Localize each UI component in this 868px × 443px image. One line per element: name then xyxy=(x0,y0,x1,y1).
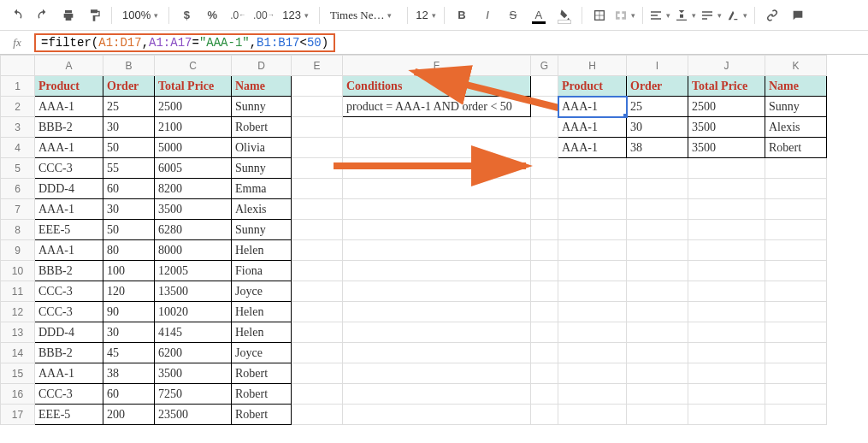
cell-A11[interactable]: CCC-3 xyxy=(35,281,103,302)
cell-H9[interactable] xyxy=(558,240,627,261)
cell-D11[interactable]: Joyce xyxy=(232,281,292,302)
cell-H13[interactable] xyxy=(558,322,627,343)
cell-E2[interactable] xyxy=(292,97,343,117)
cell-K11[interactable] xyxy=(765,281,827,302)
cell-F7[interactable] xyxy=(343,199,531,220)
cell-H1[interactable]: Product xyxy=(558,76,627,97)
row-header-2[interactable]: 2 xyxy=(1,97,35,117)
cell-H2[interactable]: AAA-1 xyxy=(558,97,627,117)
cell-H15[interactable] xyxy=(558,363,627,384)
cell-J7[interactable] xyxy=(688,199,765,220)
cell-H6[interactable] xyxy=(558,179,627,199)
cell-K7[interactable] xyxy=(765,199,827,220)
cell-K10[interactable] xyxy=(765,261,827,281)
cell-F10[interactable] xyxy=(343,261,531,281)
cell-E3[interactable] xyxy=(292,117,343,138)
bold-icon[interactable]: B xyxy=(450,3,474,27)
cell-C3[interactable]: 2100 xyxy=(155,117,232,138)
col-header-E[interactable]: E xyxy=(292,56,343,76)
cell-F1[interactable]: Conditions xyxy=(343,76,531,97)
cell-A1[interactable]: Product xyxy=(35,76,103,97)
cell-E9[interactable] xyxy=(292,240,343,261)
cell-E1[interactable] xyxy=(292,76,343,97)
col-header-I[interactable]: I xyxy=(627,56,688,76)
cell-J12[interactable] xyxy=(688,302,765,322)
increase-decimal-icon[interactable]: .00→ xyxy=(251,3,275,27)
text-color-icon[interactable]: A xyxy=(527,3,551,27)
cell-K12[interactable] xyxy=(765,302,827,322)
row-header-8[interactable]: 8 xyxy=(1,220,35,240)
cell-D9[interactable]: Helen xyxy=(232,240,292,261)
cell-I4[interactable]: 38 xyxy=(627,138,688,158)
cell-C11[interactable]: 13500 xyxy=(155,281,232,302)
cell-K6[interactable] xyxy=(765,179,827,199)
cell-I3[interactable]: 30 xyxy=(627,117,688,138)
cell-K5[interactable] xyxy=(765,158,827,179)
cell-F13[interactable] xyxy=(343,322,531,343)
cell-A17[interactable]: EEE-5 xyxy=(35,405,103,425)
cell-I17[interactable] xyxy=(627,405,688,425)
cell-I14[interactable] xyxy=(627,343,688,363)
cell-E7[interactable] xyxy=(292,199,343,220)
row-header-6[interactable]: 6 xyxy=(1,179,35,199)
comment-icon[interactable] xyxy=(786,3,810,27)
cell-G5[interactable] xyxy=(531,158,558,179)
row-header-4[interactable]: 4 xyxy=(1,138,35,158)
cell-F15[interactable] xyxy=(343,363,531,384)
cell-F11[interactable] xyxy=(343,281,531,302)
cell-B16[interactable]: 60 xyxy=(103,384,155,405)
cell-K17[interactable] xyxy=(765,405,827,425)
cell-B11[interactable]: 120 xyxy=(103,281,155,302)
decrease-decimal-icon[interactable]: .0← xyxy=(226,3,250,27)
cell-I7[interactable] xyxy=(627,199,688,220)
row-header-10[interactable]: 10 xyxy=(1,261,35,281)
cell-E6[interactable] xyxy=(292,179,343,199)
cell-H5[interactable] xyxy=(558,158,627,179)
cell-E16[interactable] xyxy=(292,384,343,405)
cell-J9[interactable] xyxy=(688,240,765,261)
cell-D12[interactable]: Helen xyxy=(232,302,292,322)
cell-J17[interactable] xyxy=(688,405,765,425)
cell-I8[interactable] xyxy=(627,220,688,240)
cell-D5[interactable]: Sunny xyxy=(232,158,292,179)
cell-I13[interactable] xyxy=(627,322,688,343)
cell-J10[interactable] xyxy=(688,261,765,281)
cell-J11[interactable] xyxy=(688,281,765,302)
select-all-cell[interactable] xyxy=(1,56,35,76)
cell-E12[interactable] xyxy=(292,302,343,322)
cell-K4[interactable]: Robert xyxy=(765,138,827,158)
cell-F8[interactable] xyxy=(343,220,531,240)
cell-A15[interactable]: AAA-1 xyxy=(35,363,103,384)
cell-E15[interactable] xyxy=(292,363,343,384)
cell-C16[interactable]: 7250 xyxy=(155,384,232,405)
row-header-11[interactable]: 11 xyxy=(1,281,35,302)
cell-G12[interactable] xyxy=(531,302,558,322)
cell-C8[interactable]: 6280 xyxy=(155,220,232,240)
cell-F16[interactable] xyxy=(343,384,531,405)
cell-K8[interactable] xyxy=(765,220,827,240)
cell-B10[interactable]: 100 xyxy=(103,261,155,281)
cell-K3[interactable]: Alexis xyxy=(765,117,827,138)
merge-icon[interactable] xyxy=(613,3,637,27)
cell-D17[interactable]: Robert xyxy=(232,405,292,425)
cell-E14[interactable] xyxy=(292,343,343,363)
cell-C17[interactable]: 23500 xyxy=(155,405,232,425)
cell-D16[interactable]: Robert xyxy=(232,384,292,405)
cell-E5[interactable] xyxy=(292,158,343,179)
cell-D13[interactable]: Helen xyxy=(232,322,292,343)
cell-J1[interactable]: Total Price xyxy=(688,76,765,97)
cell-I12[interactable] xyxy=(627,302,688,322)
h-align-icon[interactable] xyxy=(648,3,672,27)
cell-E10[interactable] xyxy=(292,261,343,281)
cell-K13[interactable] xyxy=(765,322,827,343)
col-header-B[interactable]: B xyxy=(103,56,155,76)
cell-C14[interactable]: 6200 xyxy=(155,343,232,363)
cell-B9[interactable]: 80 xyxy=(103,240,155,261)
font-select[interactable]: Times Ne… xyxy=(325,3,402,27)
cell-J8[interactable] xyxy=(688,220,765,240)
row-header-17[interactable]: 17 xyxy=(1,405,35,425)
cell-H8[interactable] xyxy=(558,220,627,240)
cell-D7[interactable]: Alexis xyxy=(232,199,292,220)
col-header-A[interactable]: A xyxy=(35,56,103,76)
cell-I11[interactable] xyxy=(627,281,688,302)
